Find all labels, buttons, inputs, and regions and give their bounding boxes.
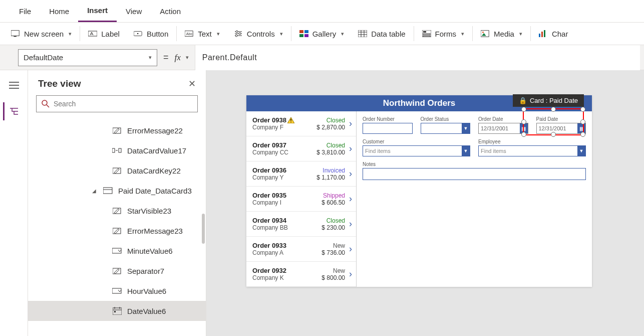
text-button[interactable]: Abc Text ▾ [178,22,227,45]
gallery-button[interactable]: Gallery ▾ [292,22,352,45]
customer-label: Customer [363,139,470,144]
media-icon [481,30,490,37]
order-item[interactable]: Order 0936Company YInvoiced$ 1,170.00› [246,161,356,187]
chevron-right-icon: › [349,244,352,254]
chevron-right-icon: › [349,194,352,204]
order-item[interactable]: Order 0937Company CCClosed$ 3,810.00› [246,136,356,161]
close-icon[interactable]: ✕ [188,78,196,89]
edit-icon [112,207,122,215]
tree-item-label: Separator7 [127,267,164,275]
formula-input[interactable]: Parent.Default [195,45,640,70]
order-status: Invoiced [316,167,345,174]
label-button[interactable]: Label [81,22,127,45]
button-btn-label: Button [147,30,168,38]
text-btn-label: Text [198,30,212,38]
order-company: Company A [252,249,321,256]
order-status: Closed [316,117,345,124]
tree-item-label: Paid Date_DataCard3 [118,187,192,195]
tree-item-label: DataCardKey22 [127,166,181,175]
menu-view[interactable]: View [117,0,151,22]
scrollbar-thumb[interactable] [202,214,205,244]
tree-search[interactable] [36,95,198,112]
tree-item[interactable]: HourValue6 [28,281,206,301]
menu-file[interactable]: File [10,0,40,22]
order-item[interactable]: Order 0938Company FClosed$ 2,870.00› [246,111,356,136]
menubar: File Home Insert View Action [0,0,644,22]
forms-button[interactable]: Forms ▾ [415,22,472,45]
chevron-down-icon: ▾ [217,31,220,37]
order-number: Order 0935 [252,192,321,199]
order-number: Order 0934 [252,217,321,224]
data-table-button[interactable]: Data table [351,22,412,45]
order-date-label: Order Date [478,116,528,122]
tree-item[interactable]: DateValue6 [28,301,206,321]
notes-input[interactable] [363,168,586,180]
controls-button[interactable]: Controls ▾ [227,22,290,45]
chart-btn-label: Char [552,30,568,38]
order-amount: $ 736.00 [321,249,345,256]
menu-insert[interactable]: Insert [78,0,117,22]
order-item[interactable]: Order 0934Company BBClosed$ 230.00› [246,212,356,237]
gallery-icon [299,30,308,37]
order-status: Closed [316,142,345,149]
tree-item[interactable]: Separator7 [28,261,206,281]
chevron-down-icon: ▼ [577,146,585,156]
controls-btn-label: Controls [247,30,275,38]
tree-item[interactable]: ErrorMessage23 [28,221,206,241]
tree-item[interactable]: MinuteValue6 [28,241,206,261]
order-item[interactable]: Order 0932Company KNew$ 800.00› [246,262,356,287]
order-item[interactable]: Order 0933Company ANew$ 736.00› [246,237,356,262]
tree-item-label: ErrorMessage23 [127,227,183,235]
order-amount: $ 2,870.00 [316,124,345,131]
paid-date-input[interactable]: 12/31/2001▦ [536,123,586,134]
svg-rect-32 [112,248,121,253]
button-button[interactable]: Button [127,22,175,45]
tree-item[interactable]: ErrorMessage22 [28,120,206,140]
gallery-btn-label: Gallery [312,30,337,38]
order-number-label: Order Number [363,116,413,122]
tree-item[interactable]: ◢Paid Date_DataCard3 [28,181,206,201]
svg-rect-25 [113,128,121,133]
chevron-down-icon: ▾ [149,54,152,61]
svg-rect-16 [423,31,426,33]
edit-icon [112,267,122,275]
menu-home[interactable]: Home [40,0,78,22]
order-gallery[interactable]: Order 0938Company FClosed$ 2,870.00›Orde… [246,111,357,287]
edit-icon [112,126,122,134]
order-number-input[interactable] [363,123,413,134]
hamburger-button[interactable] [4,76,24,94]
employee-combo[interactable]: Find items▼ [478,145,586,156]
customer-combo[interactable]: Find items▼ [363,145,470,156]
tree-item[interactable]: StarVisible23 [28,201,206,221]
svg-rect-26 [112,148,115,152]
tree-item[interactable]: DataCardValue17 [28,140,206,160]
fx-button[interactable]: fx ▾ [175,53,189,63]
canvas[interactable]: Northwind Orders Order 0938Company FClos… [206,70,644,336]
dropdown-icon [112,247,122,255]
tree-view-title: Tree view [38,78,81,89]
media-button[interactable]: Media ▾ [474,22,529,45]
edit-icon [112,166,122,175]
order-date-input[interactable]: 12/31/2001▦ [478,123,528,134]
svg-rect-36 [114,311,116,312]
order-status-select[interactable]: ▼ [421,123,471,134]
paid-date-label: Paid Date [536,116,586,122]
order-number: Order 0937 [252,141,316,149]
order-amount: $ 1,170.00 [316,174,345,181]
tree-item-label: MinuteValue6 [127,247,173,255]
property-selector[interactable]: DefaultDate ▾ [18,49,157,66]
app-title: Northwind Orders [246,95,592,111]
tree-search-input[interactable] [54,100,192,108]
chart-button[interactable]: Char [532,22,575,45]
tree-item[interactable]: DataCardKey22 [28,160,206,181]
left-rail [0,70,28,336]
new-screen-label: New screen [24,30,64,38]
menu-action[interactable]: Action [151,0,190,22]
tree-view-panel: Tree view ✕ ErrorMessage22DataCardValue1… [28,70,206,336]
tree-item-label: DateValue6 [127,307,166,315]
order-item[interactable]: Order 0935Company IShipped$ 606.50› [246,187,356,212]
new-screen-button[interactable]: New screen ▾ [4,22,79,45]
app-preview: Northwind Orders Order 0938Company FClos… [246,95,592,287]
tree-view-rail-button[interactable] [3,102,23,120]
order-number: Order 0932 [252,267,321,274]
